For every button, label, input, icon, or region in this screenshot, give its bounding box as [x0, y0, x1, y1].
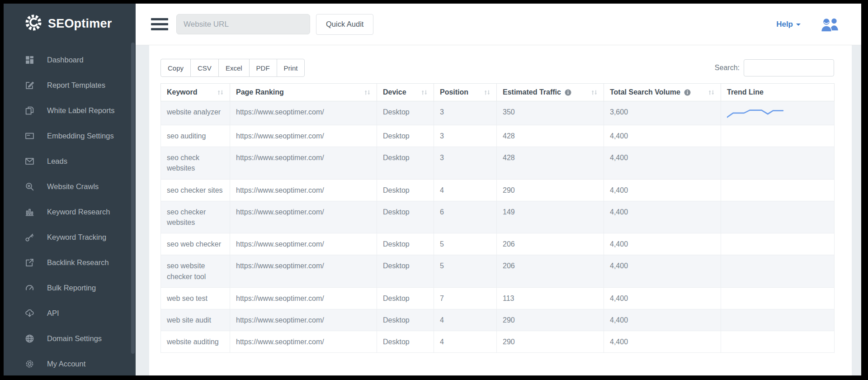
sidebar-item-my-account[interactable]: My Account	[4, 351, 136, 375]
column-label: Page Ranking	[236, 88, 284, 96]
sidebar-item-website-crawls[interactable]: Website Crawls	[4, 174, 136, 199]
sidebar-item-embedding-settings[interactable]: Embedding Settings	[4, 123, 136, 148]
device-cell: Desktop	[377, 255, 434, 287]
position-cell: 5	[434, 255, 497, 287]
table-row: seo check websiteshttps://www.seoptimer.…	[161, 147, 835, 179]
trend-line-cell	[721, 287, 835, 309]
quick-audit-button[interactable]: Quick Audit	[316, 14, 373, 35]
keyword-cell: seo checker sites	[161, 179, 230, 201]
website-url-input[interactable]	[176, 14, 310, 34]
keyword-research-icon	[24, 207, 34, 217]
sidebar-item-keyword-research[interactable]: Keyword Research	[4, 199, 136, 224]
page-ranking-cell: https://www.seoptimer.com/	[230, 147, 377, 179]
position-cell: 4	[434, 331, 497, 353]
sidebar-item-label: Dashboard	[47, 56, 84, 64]
table-search-input[interactable]	[744, 59, 834, 76]
table-row: web seo testhttps://www.seoptimer.com/De…	[161, 287, 835, 309]
estimated-traffic-cell: 206	[497, 255, 604, 287]
keyword-cell: website analyzer	[161, 101, 230, 125]
sidebar-item-api[interactable]: API	[4, 300, 136, 326]
info-icon[interactable]	[565, 89, 571, 96]
keyword-cell: seo auditing	[161, 125, 230, 147]
help-dropdown[interactable]: Help	[776, 20, 801, 29]
keyword-cell: seo website checker tool	[161, 255, 230, 287]
sidebar-item-label: Bulk Reporting	[47, 284, 96, 292]
column-header-position[interactable]: Position	[434, 84, 497, 101]
trend-line-cell	[721, 147, 835, 179]
logo[interactable]: SEOptimer	[4, 4, 136, 34]
column-header-page-ranking[interactable]: Page Ranking	[230, 84, 377, 101]
chevron-down-icon	[796, 24, 801, 26]
account-users-icon[interactable]	[820, 17, 840, 32]
trend-line-cell	[721, 101, 835, 125]
column-header-total-search-volume[interactable]: Total Search Volume	[604, 84, 721, 101]
trend-line-cell	[721, 125, 835, 147]
sidebar-item-domain-settings[interactable]: Domain Settings	[4, 326, 136, 351]
sort-icon[interactable]	[484, 89, 491, 96]
device-cell: Desktop	[377, 201, 434, 233]
sidebar-nav: DashboardReport TemplatesWhite Label Rep…	[4, 47, 136, 375]
sidebar-item-label: API	[47, 309, 59, 318]
trend-line-cell	[721, 331, 835, 353]
device-cell: Desktop	[377, 233, 434, 255]
leads-envelope-icon	[24, 156, 34, 166]
pdf-export-button[interactable]: PDF	[249, 59, 277, 77]
sidebar-item-keyword-tracking[interactable]: Keyword Tracking	[4, 224, 136, 250]
sidebar-item-label: Domain Settings	[47, 334, 102, 343]
sort-icon[interactable]	[421, 89, 428, 96]
sidebar-item-backlink-research[interactable]: Backlink Research	[4, 250, 136, 275]
csv-export-button[interactable]: CSV	[190, 59, 219, 77]
sidebar-item-white-label-reports[interactable]: White Label Reports	[4, 98, 136, 123]
column-header-device[interactable]: Device	[377, 84, 434, 101]
trend-line-cell	[721, 309, 835, 331]
sort-icon[interactable]	[708, 89, 715, 96]
column-label: Trend Line	[727, 88, 764, 96]
print-export-button[interactable]: Print	[277, 59, 305, 77]
sidebar-item-label: Report Templates	[47, 81, 105, 90]
sidebar: SEOptimer DashboardReport TemplatesWhite…	[4, 4, 136, 375]
column-header-keyword[interactable]: Keyword	[161, 84, 230, 101]
device-cell: Desktop	[377, 147, 434, 179]
copy-export-button[interactable]: Copy	[160, 59, 191, 77]
logo-text: SEOptimer	[48, 17, 112, 31]
topbar: Quick Audit Help	[136, 4, 861, 45]
hamburger-menu-icon[interactable]	[151, 15, 168, 33]
trend-sparkline	[727, 109, 784, 119]
column-label: Estimated Traffic	[503, 88, 561, 96]
total-search-volume-cell: 4,400	[604, 255, 721, 287]
trend-line-cell	[721, 255, 835, 287]
sidebar-item-label: My Account	[47, 360, 85, 368]
sort-icon[interactable]	[217, 89, 224, 96]
sidebar-item-bulk-reporting[interactable]: Bulk Reporting	[4, 275, 136, 300]
total-search-volume-cell: 4,400	[604, 125, 721, 147]
position-cell: 5	[434, 233, 497, 255]
estimated-traffic-cell: 206	[497, 233, 604, 255]
device-cell: Desktop	[377, 309, 434, 331]
sidebar-item-label: Backlink Research	[47, 258, 109, 267]
excel-export-button[interactable]: Excel	[218, 59, 250, 77]
seoptimer-gear-logo-icon	[24, 13, 43, 34]
keyword-cell: seo checker websites	[161, 201, 230, 233]
dashboard-grid-icon	[24, 55, 34, 65]
sidebar-scrollbar[interactable]	[131, 43, 135, 354]
total-search-volume-cell: 4,400	[604, 233, 721, 255]
search-label: Search:	[715, 64, 740, 72]
sort-icon[interactable]	[364, 89, 371, 96]
table-row: web site audithttps://www.seoptimer.com/…	[161, 309, 835, 331]
info-icon[interactable]	[684, 89, 691, 96]
estimated-traffic-cell: 290	[497, 179, 604, 201]
trend-line-cell	[721, 201, 835, 233]
device-cell: Desktop	[377, 287, 434, 309]
keyword-cell: website auditing	[161, 331, 230, 353]
sidebar-item-report-templates[interactable]: Report Templates	[4, 72, 136, 98]
sidebar-item-label: Keyword Research	[47, 208, 110, 216]
column-header-estimated-traffic[interactable]: Estimated Traffic	[497, 84, 604, 101]
report-templates-icon	[24, 80, 34, 90]
sidebar-item-leads[interactable]: Leads	[4, 148, 136, 174]
sidebar-item-dashboard[interactable]: Dashboard	[4, 47, 136, 72]
estimated-traffic-cell: 350	[497, 101, 604, 125]
page-ranking-cell: https://www.seoptimer.com/	[230, 101, 377, 125]
sort-icon[interactable]	[591, 89, 598, 96]
estimated-traffic-cell: 428	[497, 125, 604, 147]
table-header-row: KeywordPage RankingDevicePositionEstimat…	[161, 84, 835, 101]
